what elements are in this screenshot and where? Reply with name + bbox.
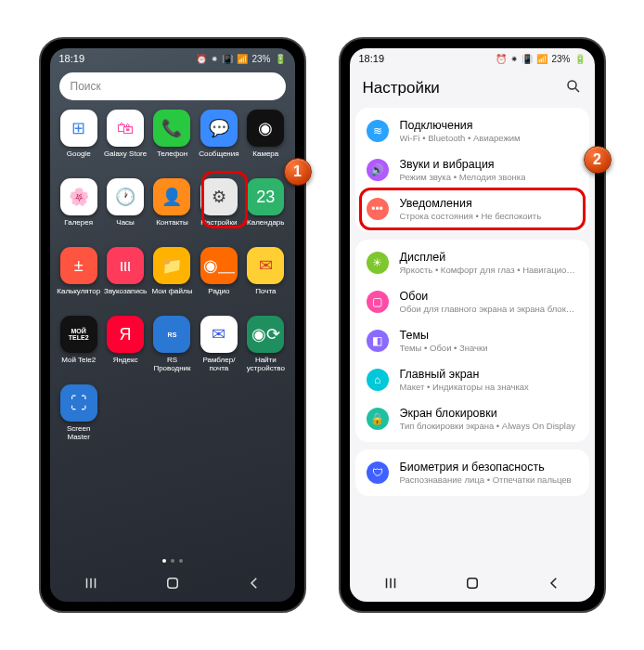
app-label: Screen Master [67,424,90,441]
app-label: Телефон [157,150,187,158]
app-камера[interactable]: ◉Камера [242,110,289,178]
app-icon: 🌸 [60,178,97,215]
app-рамблер-почта[interactable]: ✉Рамблер/ почта [196,316,242,384]
app-icon: ✉ [200,316,238,353]
battery-icon: 🔋 [275,54,286,64]
app-календарь[interactable]: 23Календарь [242,178,289,247]
app-почта[interactable]: ✉Почта [242,247,289,316]
row-text: ОбоиОбои для главного экрана и экрана бл… [400,290,578,314]
app-найти-устройство[interactable]: ◉⟳Найти устройство [242,316,289,384]
app-label: Радио [208,287,229,295]
app-label: RS Проводник [153,356,190,372]
search-icon[interactable] [565,78,582,99]
signal-icon: 📶 [536,54,547,64]
nav-recents[interactable] [382,575,399,595]
app-контакты[interactable]: 👤Контакты [148,178,195,247]
nav-home[interactable] [164,575,181,595]
app-яндекс[interactable]: ЯЯндекс [102,316,148,384]
app-screen-master[interactable]: ⛶Screen Master [56,384,102,453]
settings-row-биометрия-и-безопасность[interactable]: 🛡Биометрия и безопасностьРаспознавание л… [355,453,589,492]
app-label: Рамблер/ почта [202,356,235,372]
app-icon: ◉ [247,110,284,147]
app-радио[interactable]: ◉⸏Радио [196,247,242,316]
app-телефон[interactable]: 📞Телефон [148,110,195,178]
row-icon: ▢ [367,291,389,313]
row-text: Биометрия и безопасностьРаспознавание ли… [400,461,572,485]
app-label: Календарь [247,218,284,227]
status-time: 18:19 [359,53,385,64]
settings-row-дисплей[interactable]: ☀ДисплейЯркость • Комфорт для глаз • Нав… [355,243,589,282]
row-subtitle: Обои для главного экрана и экрана блокир… [400,304,578,314]
battery-icon: 🔋 [574,54,586,64]
row-title: Биометрия и безопасность [400,461,572,474]
app-галерея[interactable]: 🌸Галерея [56,178,102,247]
row-icon: 🛡 [367,462,389,484]
row-subtitle: Тип блокировки экрана • Always On Displa… [400,421,576,431]
app-мой-tele2[interactable]: МОЙ TELE2Мой Tele2 [56,316,102,384]
status-bar: 18:19 ⏰ ⁕ 📳 📶 23% 🔋 [350,48,595,69]
row-subtitle: Wi-Fi • Bluetooth • Авиарежим [400,133,521,143]
settings-card: ≋ПодключенияWi-Fi • Bluetooth • Авиарежи… [355,108,589,232]
row-text: ТемыТемы • Обои • Значки [400,329,488,353]
settings-row-экран-блокировки[interactable]: 🔒Экран блокировкиТип блокировки экрана •… [355,399,589,438]
alarm-icon: ⏰ [196,54,207,64]
app-icon: ⛶ [60,384,97,422]
row-icon: 🔒 [367,408,389,430]
app-icon: 📁 [153,247,190,284]
row-icon: ≋ [367,120,389,142]
app-калькулятор[interactable]: ±Калькулятор [56,247,102,316]
app-google[interactable]: ⊞Google [56,110,102,178]
nav-recents[interactable] [83,575,99,595]
app-label: Камера [252,150,278,158]
app-часы[interactable]: 🕐Часы [102,178,148,247]
settings-row-темы[interactable]: ◧ТемыТемы • Обои • Значки [355,321,589,360]
settings-card: ☀ДисплейЯркость • Комфорт для глаз • Нав… [355,240,589,442]
app-icon: МОЙ TELE2 [60,316,97,353]
nav-back[interactable] [546,575,562,595]
nav-home[interactable] [464,575,481,595]
nav-bar [50,568,295,602]
settings-row-звуки-и-вибрация[interactable]: 🔊Звуки и вибрацияРежим звука • Мелодия з… [355,150,589,189]
vibrate-icon: 📳 [222,54,233,64]
svg-rect-0 [167,578,177,589]
status-time: 18:19 [59,53,85,64]
row-title: Главный экран [400,368,529,381]
app-сообщения[interactable]: 💬Сообщения [196,110,242,178]
search-input[interactable]: Поиск [59,72,286,100]
status-bar: 18:19 ⏰ ⁕ 📳 📶 23% 🔋 [50,48,295,69]
signal-icon: 📶 [237,54,248,64]
app-icon: ιιι [107,247,144,284]
settings-row-обои[interactable]: ▢ОбоиОбои для главного экрана и экрана б… [355,282,589,321]
app-icon: Я [107,316,144,353]
row-subtitle: Режим звука • Мелодия звонка [400,172,526,182]
annotation-badge-2: 2 [584,146,612,174]
app-icon: ⚙ [200,178,238,215]
status-icons: ⏰ ⁕ 📳 📶 23% 🔋 [496,54,585,64]
app-rs-проводник[interactable]: RSRS Проводник [148,316,195,384]
page-title: Настройки [363,79,440,98]
row-title: Звуки и вибрация [400,158,526,171]
settings-row-главный-экран[interactable]: ⌂Главный экранМакет • Индикаторы на знач… [355,360,589,399]
app-icon: ✉ [247,247,284,284]
app-мои-файлы[interactable]: 📁Мои файлы [148,247,195,316]
app-звукозапись[interactable]: ιιιЗвукозапись [102,247,148,316]
settings-screen: 18:19 ⏰ ⁕ 📳 📶 23% 🔋 Настройки ≋Подключен… [350,48,595,602]
app-icon: ⊞ [60,110,97,147]
vibrate-icon: 📳 [522,54,533,64]
app-label: Почта [255,287,276,295]
settings-list[interactable]: ≋ПодключенияWi-Fi • Bluetooth • Авиарежи… [350,108,595,568]
settings-row-уведомления[interactable]: •••УведомленияСтрока состояния • Не бесп… [355,189,589,228]
nav-back[interactable] [246,575,263,595]
row-title: Подключения [400,119,521,132]
row-icon: ••• [367,198,389,220]
settings-header: Настройки [350,69,595,108]
row-subtitle: Распознавание лица • Отпечатки пальцев [400,474,572,485]
settings-row-подключения[interactable]: ≋ПодключенияWi-Fi • Bluetooth • Авиарежи… [355,111,589,150]
app-label: Звукозапись [104,287,147,295]
app-grid: ⊞Google🛍Galaxy Store📞Телефон💬Сообщения◉К… [50,110,295,553]
app-galaxy-store[interactable]: 🛍Galaxy Store [102,110,148,178]
app-icon: ± [60,247,97,284]
page-indicator [50,553,295,568]
app-настройки[interactable]: ⚙Настройки [196,178,242,247]
app-icon: 23 [247,178,284,215]
